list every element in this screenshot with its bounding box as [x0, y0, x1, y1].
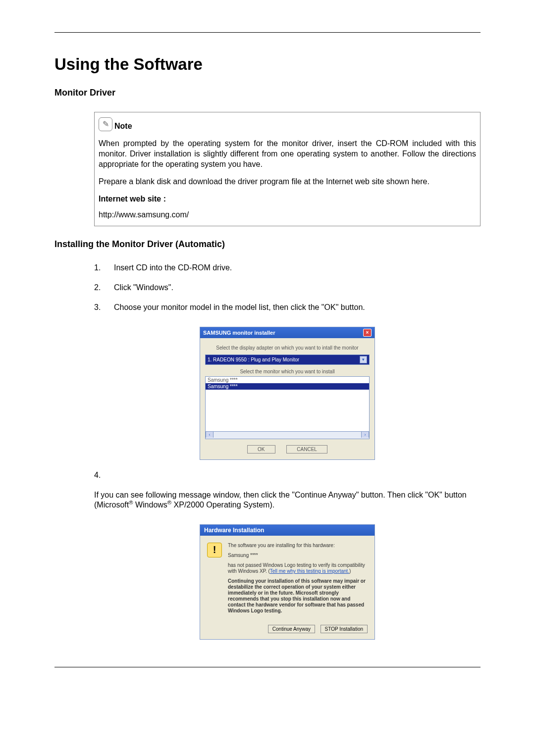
continue-anyway-button[interactable]: Continue Anyway	[268, 625, 315, 633]
page-title: Using the Software	[54, 55, 481, 74]
installer-title-text: SAMSUNG monitor installer	[203, 330, 275, 336]
stop-installation-button[interactable]: STOP Installation	[321, 625, 368, 633]
hardware-installation-dialog: Hardware Installation ! The software you…	[200, 524, 375, 640]
note-label: Note	[114, 121, 132, 131]
installer-dialog: SAMSUNG monitor installer × Select the d…	[200, 327, 375, 460]
adapter-dropdown[interactable]: 1. RADEON 9550 : Plug and Play Monitor ▾	[205, 354, 370, 365]
step-3-number: 3.	[94, 303, 103, 312]
bottom-rule	[54, 667, 481, 667]
hw-warning-bold: Continuing your installation of this sof…	[228, 578, 368, 614]
ok-button[interactable]: OK	[247, 445, 275, 454]
note-icon: ✎	[99, 117, 112, 131]
note-paragraph-2: Prepare a blank disk and download the dr…	[99, 176, 476, 187]
hw-line-1: The software you are installing for this…	[228, 543, 368, 549]
horizontal-scrollbar[interactable]: ‹ ›	[205, 432, 370, 439]
list-item-selected[interactable]: Samsung ****	[206, 383, 369, 390]
monitor-list[interactable]: Samsung **** Samsung ****	[205, 376, 370, 432]
note-url: http://www.samsung.com/	[99, 209, 476, 220]
note-paragraph-1: When prompted by the operating system fo…	[99, 138, 476, 169]
adapter-selected: 1. RADEON 9550 : Plug and Play Monitor	[208, 357, 299, 362]
step-2-text: Click "Windows".	[114, 283, 173, 292]
step-4-number: 4.	[94, 471, 103, 480]
steps-list: 1. Insert CD into the CD-ROM drive. 2. C…	[94, 263, 481, 640]
section-monitor-driver: Monitor Driver	[54, 88, 481, 98]
step-1-number: 1.	[94, 263, 103, 272]
chevron-down-icon[interactable]: ▾	[360, 356, 367, 363]
step-3-text: Choose your monitor model in the model l…	[114, 303, 365, 312]
scroll-left-icon[interactable]: ‹	[206, 432, 214, 438]
close-icon[interactable]: ×	[363, 329, 372, 337]
warning-icon: !	[207, 543, 222, 557]
note-box: ✎ Note When prompted by the operating sy…	[94, 112, 481, 226]
section-install-auto: Installing the Monitor Driver (Automatic…	[54, 239, 481, 250]
list-item[interactable]: Samsung ****	[206, 377, 369, 383]
scroll-right-icon[interactable]: ›	[361, 432, 369, 438]
step-1-text: Insert CD into the CD-ROM drive.	[114, 263, 232, 272]
note-internet-label: Internet web site :	[99, 194, 476, 204]
step-4-text: If you can see following message window,…	[94, 491, 481, 509]
installer-instruction-1: Select the display adapter on which you …	[205, 345, 370, 351]
hw-testing-link[interactable]: Tell me why this testing is important.	[270, 568, 349, 574]
hw-line-3: has not passed Windows Logo testing to v…	[228, 562, 368, 574]
hw-titlebar: Hardware Installation	[200, 525, 374, 536]
step-2-number: 2.	[94, 283, 103, 292]
cancel-button[interactable]: CANCEL	[286, 445, 327, 454]
top-rule	[54, 32, 481, 33]
installer-titlebar: SAMSUNG monitor installer ×	[200, 327, 374, 338]
installer-instruction-2: Select the monitor which you want to ins…	[205, 369, 370, 374]
hw-line-2: Samsung ****	[228, 553, 368, 558]
